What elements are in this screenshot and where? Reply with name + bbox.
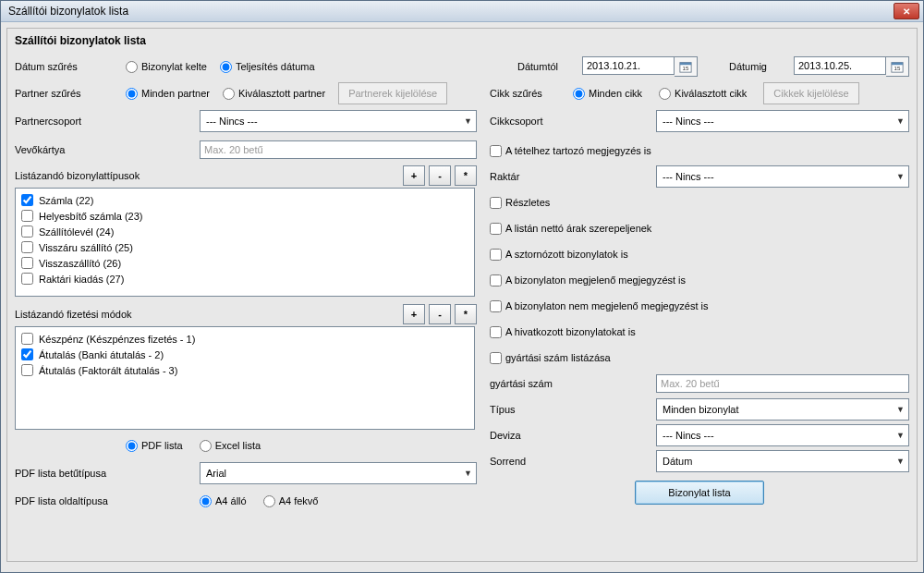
deviza-select[interactable]: --- Nincs --- ▼ bbox=[656, 424, 909, 446]
title-bar: Szállítói bizonylatok lista ✕ bbox=[1, 1, 923, 22]
pdf-page-label: PDF lista oldaltípusa bbox=[15, 495, 200, 506]
chevron-down-icon: ▼ bbox=[896, 172, 905, 181]
check-note-hidden[interactable]: A bizonylaton nem megjelenő megjegyzést … bbox=[490, 300, 709, 312]
window-title: Szállítói bizonylatok lista bbox=[5, 5, 894, 18]
check-storno[interactable]: A sztornózott bizonylatok is bbox=[490, 249, 628, 261]
pdf-font-label: PDF lista betűtípusa bbox=[15, 468, 200, 479]
output-pdf[interactable]: PDF lista bbox=[126, 440, 183, 452]
partner-group-select[interactable]: --- Nincs --- ▼ bbox=[200, 110, 477, 132]
calendar-icon[interactable]: 15 bbox=[675, 56, 698, 77]
check-serial-list[interactable]: gyártási szám listázása bbox=[490, 352, 611, 364]
pay-methods-listbox[interactable]: Készpénz (Készpénzes fizetés - 1)Átutalá… bbox=[15, 326, 475, 430]
vevokartya-label: Vevőkártya bbox=[15, 144, 200, 155]
check-note-visible[interactable]: A bizonylaton megjelenő megjegyzést is bbox=[490, 274, 686, 286]
serial-label: gyártási szám bbox=[490, 378, 656, 389]
items-select-button: Cikkek kijelölése bbox=[763, 82, 858, 104]
list-item[interactable]: Átutalás (Banki átutalás - 2) bbox=[21, 347, 468, 362]
partners-select-button: Partnerek kijelölése bbox=[338, 82, 447, 104]
serial-input[interactable] bbox=[656, 374, 909, 393]
calendar-icon[interactable]: 15 bbox=[886, 56, 909, 77]
chevron-down-icon: ▼ bbox=[464, 116, 472, 126]
partner-filter-label: Partner szűrés bbox=[15, 88, 126, 99]
doc-types-listbox[interactable]: Számla (22)Helyesbítő számla (23)Szállít… bbox=[15, 188, 475, 297]
sorrend-label: Sorrend bbox=[490, 456, 656, 467]
date-from-input[interactable] bbox=[582, 56, 675, 75]
doc-types-label: Listázandó bizonylattípusok bbox=[15, 170, 140, 181]
check-referenced[interactable]: A hivatkozott bizonylatokat is bbox=[490, 326, 636, 338]
list-item[interactable]: Szállítólevél (24) bbox=[21, 224, 468, 239]
item-filter-all[interactable]: Minden cikk bbox=[573, 88, 642, 100]
date-filter-kelte[interactable]: Bizonylat kelte bbox=[126, 61, 207, 73]
form-panel: Szállítói bizonylatok lista Dátum szűrés… bbox=[6, 28, 918, 562]
chevron-down-icon: ▼ bbox=[896, 431, 905, 440]
list-item[interactable]: Számla (22) bbox=[21, 192, 468, 208]
check-note-item[interactable]: A tételhez tartozó megjegyzés is bbox=[490, 145, 651, 157]
date-to-input[interactable] bbox=[794, 56, 886, 75]
paymethod-plus-button[interactable]: + bbox=[403, 304, 425, 324]
submit-button[interactable]: Bizonylat lista bbox=[635, 481, 764, 505]
list-item[interactable]: Raktári kiadás (27) bbox=[21, 271, 468, 286]
svg-text:15: 15 bbox=[894, 65, 901, 71]
doctype-minus-button[interactable]: - bbox=[429, 165, 451, 186]
partner-filter-all[interactable]: Minden partner bbox=[126, 88, 210, 100]
list-item[interactable]: Átutalás (Faktorált átutalás - 3) bbox=[21, 362, 468, 378]
svg-text:15: 15 bbox=[683, 65, 689, 71]
form-title: Szállítói bizonylatok lista bbox=[15, 34, 909, 47]
date-filter-label: Dátum szűrés bbox=[15, 61, 126, 72]
close-button[interactable]: ✕ bbox=[894, 3, 919, 19]
sorrend-select[interactable]: Dátum ▼ bbox=[656, 450, 909, 472]
chevron-down-icon: ▼ bbox=[464, 469, 472, 478]
tipus-select[interactable]: Minden bizonylat ▼ bbox=[656, 398, 909, 421]
chevron-down-icon: ▼ bbox=[896, 405, 905, 414]
partner-group-label: Partnercsoport bbox=[15, 116, 200, 127]
list-item[interactable]: Visszáru szállító (25) bbox=[21, 239, 468, 255]
window: Szállítói bizonylatok lista ✕ Szállítói … bbox=[0, 0, 924, 573]
paymethod-star-button[interactable]: * bbox=[455, 304, 477, 324]
partner-filter-selected[interactable]: Kiválasztott partner bbox=[223, 88, 325, 100]
pdf-page-landscape[interactable]: A4 fekvő bbox=[263, 495, 319, 507]
vevokartya-input[interactable] bbox=[200, 140, 477, 159]
date-to-label: Dátumig bbox=[729, 61, 784, 72]
item-group-select[interactable]: --- Nincs --- ▼ bbox=[656, 110, 909, 132]
output-excel[interactable]: Excel lista bbox=[200, 440, 261, 452]
chevron-down-icon: ▼ bbox=[896, 457, 905, 466]
raktar-select[interactable]: --- Nincs --- ▼ bbox=[656, 165, 909, 188]
doctype-plus-button[interactable]: + bbox=[403, 165, 425, 186]
list-item[interactable]: Helyesbítő számla (23) bbox=[21, 208, 468, 224]
check-net-prices[interactable]: A listán nettó árak szerepeljenek bbox=[490, 223, 651, 235]
paymethod-minus-button[interactable]: - bbox=[429, 304, 451, 324]
list-item[interactable]: Készpénz (Készpénzes fizetés - 1) bbox=[21, 331, 468, 347]
doctype-star-button[interactable]: * bbox=[455, 165, 477, 186]
deviza-label: Deviza bbox=[490, 430, 656, 441]
pdf-font-select[interactable]: Arial ▼ bbox=[200, 462, 477, 484]
date-filter-teljesites[interactable]: Teljesítés dátuma bbox=[220, 61, 315, 73]
item-filter-label: Cikk szűrés bbox=[490, 88, 573, 99]
item-group-label: Cikkcsoport bbox=[490, 116, 656, 127]
raktar-label: Raktár bbox=[490, 171, 656, 182]
chevron-down-icon: ▼ bbox=[896, 116, 905, 126]
list-item[interactable]: Visszaszállító (26) bbox=[21, 255, 468, 271]
check-detailed[interactable]: Részletes bbox=[490, 197, 550, 209]
date-from-label: Dátumtól bbox=[517, 61, 573, 72]
pay-methods-label: Listázandó fizetési módok bbox=[15, 309, 132, 320]
pdf-page-portrait[interactable]: A4 álló bbox=[200, 495, 247, 507]
tipus-label: Típus bbox=[490, 404, 656, 415]
item-filter-selected[interactable]: Kiválasztott cikk bbox=[659, 88, 747, 100]
